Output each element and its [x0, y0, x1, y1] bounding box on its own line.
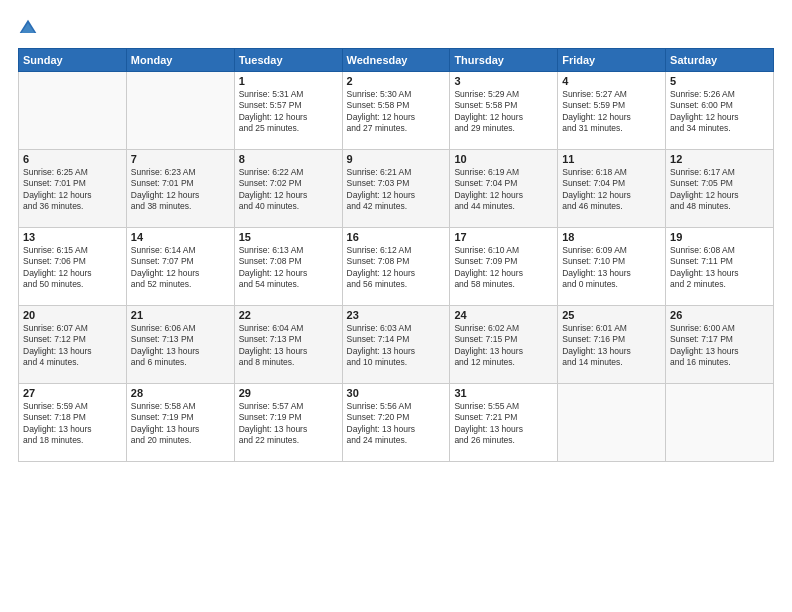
day-number: 24	[454, 309, 553, 321]
cell-content: Sunrise: 6:23 AM Sunset: 7:01 PM Dayligh…	[131, 167, 230, 213]
day-number: 20	[23, 309, 122, 321]
cell-content: Sunrise: 5:58 AM Sunset: 7:19 PM Dayligh…	[131, 401, 230, 447]
day-number: 8	[239, 153, 338, 165]
day-number: 22	[239, 309, 338, 321]
cell-content: Sunrise: 6:00 AM Sunset: 7:17 PM Dayligh…	[670, 323, 769, 369]
calendar-cell: 2Sunrise: 5:30 AM Sunset: 5:58 PM Daylig…	[342, 72, 450, 150]
cell-content: Sunrise: 5:26 AM Sunset: 6:00 PM Dayligh…	[670, 89, 769, 135]
calendar-cell: 29Sunrise: 5:57 AM Sunset: 7:19 PM Dayli…	[234, 384, 342, 462]
calendar-cell: 31Sunrise: 5:55 AM Sunset: 7:21 PM Dayli…	[450, 384, 558, 462]
day-number: 28	[131, 387, 230, 399]
cell-content: Sunrise: 6:12 AM Sunset: 7:08 PM Dayligh…	[347, 245, 446, 291]
day-number: 30	[347, 387, 446, 399]
calendar-cell: 8Sunrise: 6:22 AM Sunset: 7:02 PM Daylig…	[234, 150, 342, 228]
calendar-cell: 22Sunrise: 6:04 AM Sunset: 7:13 PM Dayli…	[234, 306, 342, 384]
cell-content: Sunrise: 5:57 AM Sunset: 7:19 PM Dayligh…	[239, 401, 338, 447]
day-number: 7	[131, 153, 230, 165]
calendar-cell: 12Sunrise: 6:17 AM Sunset: 7:05 PM Dayli…	[666, 150, 774, 228]
calendar-cell: 4Sunrise: 5:27 AM Sunset: 5:59 PM Daylig…	[558, 72, 666, 150]
cell-content: Sunrise: 6:25 AM Sunset: 7:01 PM Dayligh…	[23, 167, 122, 213]
calendar-cell: 3Sunrise: 5:29 AM Sunset: 5:58 PM Daylig…	[450, 72, 558, 150]
cell-content: Sunrise: 6:15 AM Sunset: 7:06 PM Dayligh…	[23, 245, 122, 291]
day-number: 6	[23, 153, 122, 165]
day-number: 10	[454, 153, 553, 165]
calendar-cell	[558, 384, 666, 462]
cell-content: Sunrise: 5:30 AM Sunset: 5:58 PM Dayligh…	[347, 89, 446, 135]
weekday-saturday: Saturday	[666, 49, 774, 72]
calendar-cell: 23Sunrise: 6:03 AM Sunset: 7:14 PM Dayli…	[342, 306, 450, 384]
day-number: 31	[454, 387, 553, 399]
calendar-cell: 21Sunrise: 6:06 AM Sunset: 7:13 PM Dayli…	[126, 306, 234, 384]
cell-content: Sunrise: 6:06 AM Sunset: 7:13 PM Dayligh…	[131, 323, 230, 369]
day-number: 26	[670, 309, 769, 321]
calendar-cell: 27Sunrise: 5:59 AM Sunset: 7:18 PM Dayli…	[19, 384, 127, 462]
calendar-week-4: 20Sunrise: 6:07 AM Sunset: 7:12 PM Dayli…	[19, 306, 774, 384]
cell-content: Sunrise: 6:21 AM Sunset: 7:03 PM Dayligh…	[347, 167, 446, 213]
calendar-week-2: 6Sunrise: 6:25 AM Sunset: 7:01 PM Daylig…	[19, 150, 774, 228]
cell-content: Sunrise: 6:22 AM Sunset: 7:02 PM Dayligh…	[239, 167, 338, 213]
day-number: 14	[131, 231, 230, 243]
cell-content: Sunrise: 5:31 AM Sunset: 5:57 PM Dayligh…	[239, 89, 338, 135]
cell-content: Sunrise: 5:27 AM Sunset: 5:59 PM Dayligh…	[562, 89, 661, 135]
calendar-cell: 24Sunrise: 6:02 AM Sunset: 7:15 PM Dayli…	[450, 306, 558, 384]
calendar-cell: 20Sunrise: 6:07 AM Sunset: 7:12 PM Dayli…	[19, 306, 127, 384]
cell-content: Sunrise: 6:04 AM Sunset: 7:13 PM Dayligh…	[239, 323, 338, 369]
calendar-page: SundayMondayTuesdayWednesdayThursdayFrid…	[0, 0, 792, 612]
calendar-cell: 26Sunrise: 6:00 AM Sunset: 7:17 PM Dayli…	[666, 306, 774, 384]
cell-content: Sunrise: 6:03 AM Sunset: 7:14 PM Dayligh…	[347, 323, 446, 369]
day-number: 17	[454, 231, 553, 243]
day-number: 18	[562, 231, 661, 243]
calendar-cell: 5Sunrise: 5:26 AM Sunset: 6:00 PM Daylig…	[666, 72, 774, 150]
cell-content: Sunrise: 6:13 AM Sunset: 7:08 PM Dayligh…	[239, 245, 338, 291]
day-number: 5	[670, 75, 769, 87]
day-number: 21	[131, 309, 230, 321]
calendar-cell: 18Sunrise: 6:09 AM Sunset: 7:10 PM Dayli…	[558, 228, 666, 306]
weekday-monday: Monday	[126, 49, 234, 72]
cell-content: Sunrise: 5:29 AM Sunset: 5:58 PM Dayligh…	[454, 89, 553, 135]
weekday-sunday: Sunday	[19, 49, 127, 72]
calendar-cell: 11Sunrise: 6:18 AM Sunset: 7:04 PM Dayli…	[558, 150, 666, 228]
day-number: 3	[454, 75, 553, 87]
cell-content: Sunrise: 6:01 AM Sunset: 7:16 PM Dayligh…	[562, 323, 661, 369]
calendar-week-1: 1Sunrise: 5:31 AM Sunset: 5:57 PM Daylig…	[19, 72, 774, 150]
cell-content: Sunrise: 6:02 AM Sunset: 7:15 PM Dayligh…	[454, 323, 553, 369]
cell-content: Sunrise: 6:07 AM Sunset: 7:12 PM Dayligh…	[23, 323, 122, 369]
calendar-cell: 25Sunrise: 6:01 AM Sunset: 7:16 PM Dayli…	[558, 306, 666, 384]
cell-content: Sunrise: 6:14 AM Sunset: 7:07 PM Dayligh…	[131, 245, 230, 291]
day-number: 15	[239, 231, 338, 243]
calendar-cell: 14Sunrise: 6:14 AM Sunset: 7:07 PM Dayli…	[126, 228, 234, 306]
cell-content: Sunrise: 5:55 AM Sunset: 7:21 PM Dayligh…	[454, 401, 553, 447]
day-number: 27	[23, 387, 122, 399]
day-number: 1	[239, 75, 338, 87]
calendar-cell	[19, 72, 127, 150]
weekday-header-row: SundayMondayTuesdayWednesdayThursdayFrid…	[19, 49, 774, 72]
day-number: 2	[347, 75, 446, 87]
calendar-cell: 13Sunrise: 6:15 AM Sunset: 7:06 PM Dayli…	[19, 228, 127, 306]
calendar-cell: 15Sunrise: 6:13 AM Sunset: 7:08 PM Dayli…	[234, 228, 342, 306]
weekday-tuesday: Tuesday	[234, 49, 342, 72]
calendar-cell: 30Sunrise: 5:56 AM Sunset: 7:20 PM Dayli…	[342, 384, 450, 462]
calendar-cell	[666, 384, 774, 462]
header	[18, 18, 774, 38]
day-number: 12	[670, 153, 769, 165]
day-number: 25	[562, 309, 661, 321]
cell-content: Sunrise: 6:19 AM Sunset: 7:04 PM Dayligh…	[454, 167, 553, 213]
cell-content: Sunrise: 6:10 AM Sunset: 7:09 PM Dayligh…	[454, 245, 553, 291]
cell-content: Sunrise: 6:09 AM Sunset: 7:10 PM Dayligh…	[562, 245, 661, 291]
calendar-cell: 9Sunrise: 6:21 AM Sunset: 7:03 PM Daylig…	[342, 150, 450, 228]
day-number: 4	[562, 75, 661, 87]
day-number: 23	[347, 309, 446, 321]
cell-content: Sunrise: 6:18 AM Sunset: 7:04 PM Dayligh…	[562, 167, 661, 213]
weekday-friday: Friday	[558, 49, 666, 72]
calendar-cell	[126, 72, 234, 150]
calendar-cell: 28Sunrise: 5:58 AM Sunset: 7:19 PM Dayli…	[126, 384, 234, 462]
calendar-cell: 10Sunrise: 6:19 AM Sunset: 7:04 PM Dayli…	[450, 150, 558, 228]
calendar-cell: 1Sunrise: 5:31 AM Sunset: 5:57 PM Daylig…	[234, 72, 342, 150]
calendar-table: SundayMondayTuesdayWednesdayThursdayFrid…	[18, 48, 774, 462]
cell-content: Sunrise: 6:17 AM Sunset: 7:05 PM Dayligh…	[670, 167, 769, 213]
calendar-cell: 6Sunrise: 6:25 AM Sunset: 7:01 PM Daylig…	[19, 150, 127, 228]
day-number: 19	[670, 231, 769, 243]
calendar-week-5: 27Sunrise: 5:59 AM Sunset: 7:18 PM Dayli…	[19, 384, 774, 462]
day-number: 16	[347, 231, 446, 243]
logo	[18, 18, 42, 38]
